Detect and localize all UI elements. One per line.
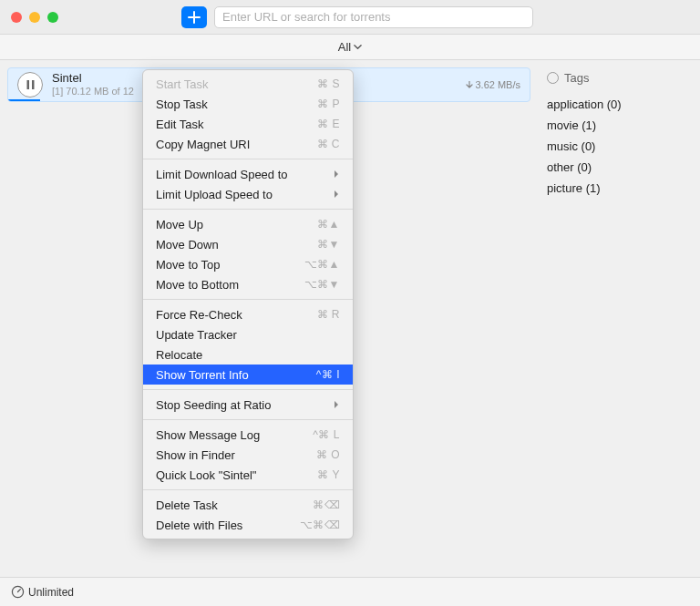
plus-icon bbox=[188, 11, 201, 24]
tags-header[interactable]: Tags bbox=[547, 71, 691, 85]
menu-quick-look[interactable]: Quick Look "Sintel" ⌘ Y bbox=[143, 465, 353, 485]
chevron-down-icon bbox=[354, 43, 362, 51]
menu-delete-task[interactable]: Delete Task ⌘⌫ bbox=[143, 495, 353, 515]
statusbar: Unlimited bbox=[0, 577, 700, 606]
menu-stop-task[interactable]: Stop Task ⌘ P bbox=[143, 94, 353, 114]
menu-start-task: Start Task ⌘ S bbox=[143, 74, 353, 94]
radio-icon bbox=[547, 72, 559, 84]
svg-rect-0 bbox=[26, 80, 29, 89]
chevron-right-icon bbox=[334, 400, 340, 409]
context-menu: Start Task ⌘ S Stop Task ⌘ P Edit Task ⌘… bbox=[142, 69, 354, 539]
menu-show-in-finder[interactable]: Show in Finder ⌘ O bbox=[143, 445, 353, 465]
torrent-priority: [1] bbox=[52, 86, 63, 97]
menu-edit-task[interactable]: Edit Task ⌘ E bbox=[143, 114, 353, 134]
menu-relocate[interactable]: Relocate bbox=[143, 344, 353, 365]
tag-item-picture[interactable]: picture (1) bbox=[547, 178, 691, 199]
menu-move-down[interactable]: Move Down ⌘▼ bbox=[143, 234, 353, 254]
torrent-progress-text: 70.12 MB of 12 bbox=[66, 86, 134, 97]
menu-move-to-top[interactable]: Move to Top ⌥⌘▲ bbox=[143, 254, 353, 274]
tag-item-movie[interactable]: movie (1) bbox=[547, 115, 691, 136]
menu-limit-download[interactable]: Limit Download Speed to bbox=[143, 164, 353, 184]
svg-rect-1 bbox=[32, 80, 35, 89]
menu-limit-upload[interactable]: Limit Upload Speed to bbox=[143, 184, 353, 204]
menu-separator bbox=[143, 389, 353, 390]
filter-dropdown[interactable]: All bbox=[0, 35, 700, 60]
menu-show-torrent-info[interactable]: Show Torrent Info ^⌘ I bbox=[143, 365, 353, 385]
menu-separator bbox=[143, 489, 353, 490]
menu-delete-with-files[interactable]: Delete with Files ⌥⌘⌫ bbox=[143, 515, 353, 535]
menu-separator bbox=[143, 209, 353, 210]
menu-force-recheck[interactable]: Force Re-Check ⌘ R bbox=[143, 304, 353, 324]
speedometer-icon bbox=[11, 585, 25, 599]
menu-separator bbox=[143, 419, 353, 420]
menu-move-to-bottom[interactable]: Move to Bottom ⌥⌘▼ bbox=[143, 274, 353, 294]
minimize-window-button[interactable] bbox=[29, 12, 40, 23]
window-controls bbox=[11, 12, 58, 23]
menu-copy-magnet[interactable]: Copy Magnet URI ⌘ C bbox=[143, 134, 353, 154]
torrent-speed: 3.62 MB/s bbox=[466, 79, 520, 90]
menu-move-up[interactable]: Move Up ⌘▲ bbox=[143, 214, 353, 234]
filter-label: All bbox=[338, 40, 351, 54]
pause-button[interactable] bbox=[17, 72, 43, 98]
tags-label: Tags bbox=[564, 71, 589, 85]
menu-show-message-log[interactable]: Show Message Log ^⌘ L bbox=[143, 425, 353, 445]
menu-update-tracker[interactable]: Update Tracker bbox=[143, 324, 353, 344]
maximize-window-button[interactable] bbox=[47, 12, 58, 23]
torrent-speed-value: 3.62 MB/s bbox=[475, 79, 520, 90]
chevron-right-icon bbox=[334, 169, 340, 179]
add-button[interactable] bbox=[181, 6, 207, 28]
titlebar bbox=[0, 0, 700, 35]
menu-stop-seeding-ratio[interactable]: Stop Seeding at Ratio bbox=[143, 395, 353, 415]
download-arrow-icon bbox=[466, 81, 473, 88]
sidebar: Tags application (0) movie (1) music (0)… bbox=[538, 60, 700, 575]
tag-item-application[interactable]: application (0) bbox=[547, 94, 691, 115]
tag-item-other[interactable]: other (0) bbox=[547, 157, 691, 178]
pause-icon bbox=[26, 80, 35, 89]
search-input[interactable] bbox=[214, 6, 533, 28]
tag-item-music[interactable]: music (0) bbox=[547, 136, 691, 157]
chevron-right-icon bbox=[334, 190, 340, 199]
menu-separator bbox=[143, 159, 353, 159]
close-window-button[interactable] bbox=[11, 12, 22, 23]
menu-separator bbox=[143, 299, 353, 300]
speed-limit-label: Unlimited bbox=[28, 586, 74, 599]
